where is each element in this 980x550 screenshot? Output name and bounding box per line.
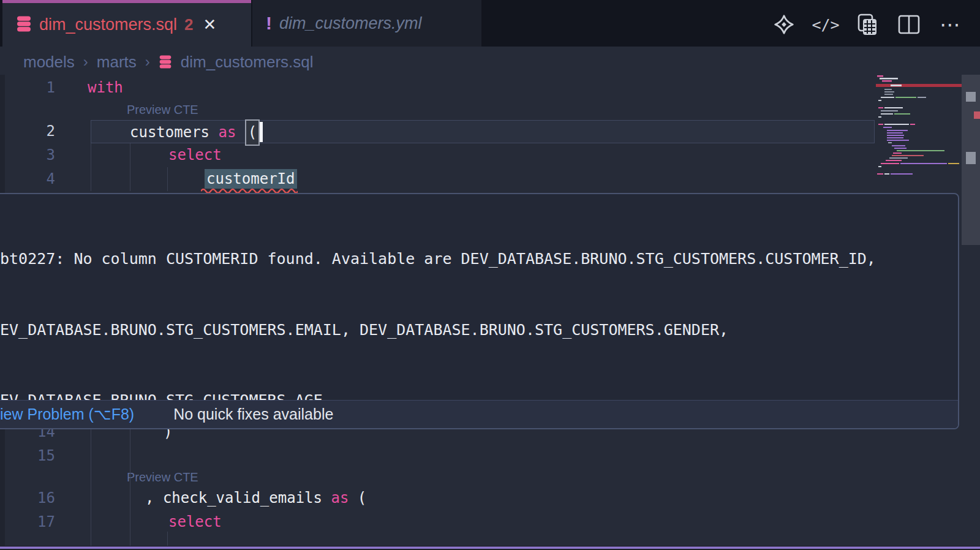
no-quick-fixes-label: No quick fixes available	[173, 405, 333, 423]
breadcrumb-file[interactable]: dim_customers.sql	[181, 53, 314, 72]
view-problem-link[interactable]: iew Problem (⌥F8)	[0, 405, 134, 423]
indent-guide	[91, 143, 91, 191]
code-line-15[interactable]: 15	[0, 444, 876, 468]
scrollbar-marker	[966, 152, 976, 164]
open-code-icon[interactable]: </>	[812, 12, 839, 37]
codelens-preview-cte[interactable]: Preview CTE	[127, 470, 198, 484]
matched-bracket: (	[245, 119, 260, 146]
keyword-select: select	[168, 146, 222, 164]
breadcrumb-marts[interactable]: marts	[97, 53, 137, 72]
indent-guide	[167, 532, 168, 546]
tab-label: dim_customers.yml	[279, 14, 422, 33]
database-icon	[16, 15, 32, 35]
line-number: 3	[0, 143, 55, 167]
tab-dim-customers-yml[interactable]: ! dim_customers.yml	[252, 0, 481, 47]
breadcrumb-models[interactable]: models	[23, 53, 75, 72]
breadcrumb: models › marts › dim_customers.sql	[23, 49, 314, 75]
query-results-icon[interactable]	[854, 12, 881, 37]
scrollbar[interactable]	[962, 75, 980, 245]
codelens-preview-cte[interactable]: Preview CTE	[127, 103, 198, 117]
error-hover-tooltip: bt0227: No column CUSTOMERID found. Avai…	[0, 193, 959, 429]
code-line-1[interactable]: 1 with	[0, 76, 876, 100]
line-number: 1	[0, 76, 55, 100]
keyword-as: as	[331, 489, 349, 507]
indent-guide	[130, 143, 130, 191]
line-number: 17	[0, 510, 55, 534]
keyword-with: with	[88, 79, 123, 96]
editor-actions: </> ⋯	[771, 11, 964, 38]
tab-dim-customers-sql[interactable]: dim_customers.sql 2 ✕	[2, 0, 251, 47]
line-number: 4	[0, 167, 55, 191]
code-line-2[interactable]: 2 customers as (	[0, 119, 876, 143]
indent-guide	[91, 429, 91, 546]
tab-bar: dim_customers.sql 2 ✕ ! dim_customers.ym…	[0, 0, 980, 47]
keyword-as: as	[219, 124, 236, 141]
line-number: 2	[0, 119, 55, 143]
chevron-right-icon: ›	[145, 53, 150, 70]
chevron-right-icon: ›	[83, 53, 88, 70]
code-line-16[interactable]: 16 , check_valid_emails as (	[0, 486, 876, 510]
hover-status-bar: iew Problem (⌥F8) No quick fixes availab…	[0, 400, 958, 428]
scrollbar-error-marker	[974, 111, 980, 119]
warning-icon: !	[266, 13, 272, 34]
code-line-3[interactable]: 3 select	[0, 143, 876, 167]
identifier-customers: customers	[130, 124, 219, 141]
more-actions-icon[interactable]: ⋯	[937, 12, 964, 37]
window-bottom-edge	[0, 546, 980, 550]
scrollbar-marker	[966, 92, 976, 102]
code-line-4[interactable]: 4 customerId	[0, 167, 876, 191]
error-text: EV_DATABASE.BRUNO.STG_CUSTOMERS.EMAIL, D…	[0, 318, 952, 342]
error-message-block-1: bt0227: No column CUSTOMERID found. Avai…	[0, 194, 958, 429]
identifier-check-valid-emails: , check_valid_emails	[145, 489, 331, 507]
tab-label: dim_customers.sql	[39, 15, 177, 34]
close-icon[interactable]: ✕	[203, 15, 217, 34]
indent-guide	[130, 429, 130, 546]
error-text: bt0227: No column CUSTOMERID found. Avai…	[0, 247, 952, 271]
dbt-power-user-icon[interactable]	[771, 12, 797, 37]
database-icon	[159, 55, 172, 69]
bottom-accent-line	[0, 546, 980, 549]
line-number: 15	[0, 444, 55, 468]
line-number: 16	[0, 486, 55, 510]
text-cursor	[260, 122, 263, 142]
error-word-customerid: customerId	[205, 169, 297, 189]
editor-window: dim_customers.sql 2 ✕ ! dim_customers.ym…	[0, 0, 980, 550]
keyword-select: select	[168, 513, 222, 530]
error-squiggle	[201, 187, 298, 193]
split-editor-icon[interactable]	[895, 12, 922, 37]
indent-guide	[167, 167, 168, 191]
code-line-17[interactable]: 17 select	[0, 510, 876, 534]
tab-problem-badge: 2	[184, 15, 193, 34]
